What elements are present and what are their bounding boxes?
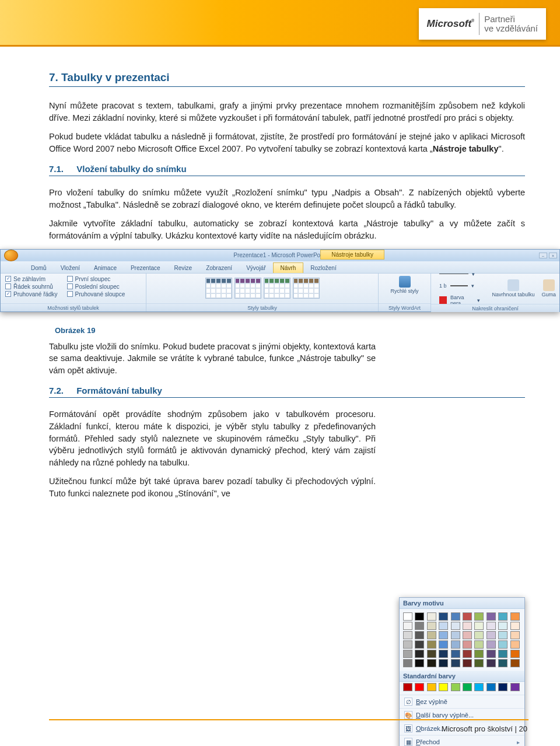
- color-swatch: [439, 683, 448, 691]
- color-swatch: [439, 631, 448, 639]
- context-tab-label: Nástroje tabulky: [320, 250, 384, 260]
- style-thumb-4: [293, 278, 320, 299]
- color-swatch: [415, 631, 424, 639]
- color-swatch: [498, 640, 508, 649]
- style-thumb-2: [235, 278, 261, 299]
- color-swatch: [510, 640, 520, 649]
- menu-item-icon: ▦: [404, 738, 412, 746]
- color-swatch: [403, 640, 412, 649]
- para-7-2-2: Užitečnou funkcí může být také úprava ba…: [49, 475, 376, 499]
- color-swatch: [474, 631, 484, 639]
- color-swatch: [474, 612, 484, 621]
- opts-col2: První sloupec Poslední sloupec Pruhované…: [62, 274, 130, 300]
- group-label-1: Možnosti stylů tabulek: [1, 303, 146, 311]
- ribbon-titlebar: Prezentace1 - Microsoft PowerPoint Nástr…: [1, 250, 559, 261]
- color-swatch: [427, 659, 436, 667]
- page-content: 7. Tabulky v prezentaci Nyní můžete prac…: [49, 71, 525, 506]
- color-swatch: [474, 683, 484, 691]
- ribbon-body: ✓Se záhlavím Řádek souhrnů ✓Pruhované řá…: [1, 273, 559, 311]
- checkbox-icon: [67, 283, 73, 289]
- color-swatch: [474, 622, 484, 630]
- color-swatch: [427, 612, 436, 621]
- color-swatch: [498, 683, 508, 691]
- color-swatch: [415, 640, 424, 649]
- group-label-4: Nakreslit ohraničení: [431, 304, 559, 312]
- style-thumb-3: [264, 278, 290, 299]
- color-swatch: [474, 650, 484, 658]
- color-swatch: [463, 622, 472, 630]
- color-dropdown-panel: Barvy motivu Standardní barvy ∅Bez výpln…: [399, 597, 525, 746]
- tab-home: Domů: [24, 263, 54, 273]
- panel-items: ∅Bez výplně🎨Další barvy výplně...🖼Obráze…: [400, 695, 524, 746]
- microsoft-logo: Microsoft ®: [427, 18, 475, 30]
- checkbox-icon: ✓: [5, 276, 11, 282]
- tab-layout: Rozložení: [303, 263, 343, 273]
- panel-menu-item: ▦Přechod▸: [400, 735, 524, 746]
- color-swatch: [487, 683, 496, 691]
- color-swatch: [510, 631, 520, 639]
- style-thumb-1: [205, 278, 232, 299]
- color-swatch: [487, 612, 496, 621]
- partner-line2: ve vzdělávání: [484, 24, 538, 34]
- color-swatch: [427, 650, 436, 658]
- heading-7-1-num: 7.1.: [49, 164, 64, 174]
- color-swatch: [415, 612, 424, 621]
- color-swatch: [474, 659, 484, 667]
- color-swatch: [498, 659, 508, 667]
- ms-brand: Microsoft: [427, 18, 472, 30]
- standard-colors-header: Standardní barvy: [400, 671, 524, 682]
- color-swatch: [498, 612, 508, 621]
- color-swatch: [510, 659, 520, 667]
- menu-item-icon: 🖼: [404, 724, 412, 733]
- color-swatch: [451, 631, 460, 639]
- figure-caption-19: Obrázek 19: [55, 326, 525, 335]
- para-after-fig: Tabulku jste vložili do snímku. Pokud bu…: [49, 341, 376, 377]
- color-swatch: [463, 631, 472, 639]
- footer-rule: [49, 719, 528, 720]
- theme-color-grid: [400, 609, 524, 671]
- color-swatch: [451, 659, 460, 667]
- para-7-1-1: Pro vložení tabulky do snímku můžete vyu…: [49, 187, 525, 211]
- close-icon: ×: [549, 253, 557, 258]
- color-swatch: [463, 640, 472, 649]
- tab-design-active: Návrh: [273, 262, 304, 273]
- menu-item-icon: 🎨: [404, 711, 412, 719]
- partner-logo: Microsoft ® Partneři ve vzdělávání: [419, 8, 546, 40]
- color-swatch: [427, 640, 436, 649]
- panel-menu-item: ∅Bez výplně: [400, 695, 524, 708]
- color-swatch: [403, 622, 412, 630]
- para-intro-1: Nyní můžete pracovat s textem, tabulkami…: [49, 100, 525, 124]
- heading-7: 7. Tabulky v prezentaci: [49, 71, 525, 87]
- color-swatch: [487, 631, 496, 639]
- menu-item-label: Bez výplně: [416, 698, 447, 705]
- tab-presentation: Prezentace: [124, 263, 167, 273]
- color-swatch: [498, 650, 508, 658]
- color-swatch: [439, 612, 448, 621]
- minimize-icon: –: [539, 253, 547, 258]
- color-swatch: [439, 650, 448, 658]
- pen-color-icon: [439, 296, 447, 304]
- logo-separator: [479, 13, 480, 35]
- para-7-2-1: Formátování opět provádíte shodným způso…: [49, 408, 376, 468]
- color-swatch: [439, 659, 448, 667]
- pen-weight: 1 b: [439, 283, 447, 289]
- color-swatch: [439, 622, 448, 630]
- menu-item-icon: ∅: [404, 698, 412, 706]
- menu-item-label: Přechod: [416, 738, 440, 745]
- tab-developer: Vývojář: [239, 263, 272, 273]
- checkbox-icon: ✓: [5, 291, 11, 297]
- heading-7-1: 7.1. Vložení tabulky do snímku: [49, 164, 525, 176]
- heading-7-2-text: Formátování tabulky: [76, 386, 162, 395]
- color-swatch: [439, 640, 448, 649]
- quick-styles-label: Rychlé styly: [390, 288, 418, 294]
- submenu-arrow-icon: ▸: [517, 739, 520, 745]
- color-swatch: [463, 683, 472, 691]
- standard-color-row: [400, 682, 524, 695]
- color-swatch: [487, 640, 496, 649]
- opts-col1: ✓Se záhlavím Řádek souhrnů ✓Pruhované řá…: [1, 274, 62, 300]
- ribbon-screenshot: Prezentace1 - Microsoft PowerPoint Nástr…: [0, 249, 560, 312]
- window-title: Prezentace1 - Microsoft PowerPoint: [1, 252, 559, 258]
- checkbox-icon: [67, 291, 73, 297]
- color-swatch: [415, 622, 424, 630]
- color-swatch: [415, 683, 424, 691]
